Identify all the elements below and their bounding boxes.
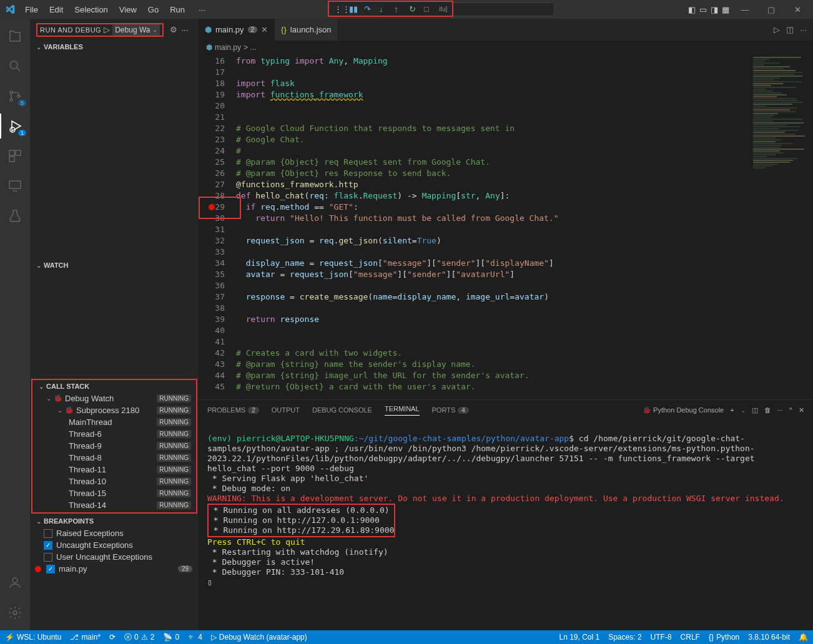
window-close-icon[interactable]: ✕ xyxy=(787,5,808,14)
menu-selection[interactable]: Selection xyxy=(69,2,112,17)
status-branch[interactable]: ⎇main* xyxy=(70,633,101,642)
restart-icon[interactable]: ↻ xyxy=(409,4,418,14)
status-notifications-icon[interactable]: 🔔 xyxy=(799,633,808,642)
panel-tab-problems[interactable]: PROBLEMS2 xyxy=(207,406,259,414)
split-terminal-icon[interactable]: ◫ xyxy=(752,406,758,414)
new-terminal-icon[interactable]: + xyxy=(730,406,734,414)
callstack-item[interactable]: Thread-6RUNNING xyxy=(32,428,196,440)
pause-icon[interactable]: ▮▮ xyxy=(349,4,358,14)
debug-settings-icon[interactable]: ⚙ xyxy=(170,25,177,34)
minimap[interactable] xyxy=(751,54,813,399)
breakpoint-user-uncaught-exceptions[interactable]: User Uncaught Exceptions xyxy=(30,551,199,563)
menu-file[interactable]: File xyxy=(20,2,43,17)
run-file-icon[interactable]: ▷ xyxy=(774,25,780,34)
source-control-icon[interactable]: 5 xyxy=(0,84,30,109)
callstack-item[interactable]: ⌄🐞Subprocess 2180RUNNING xyxy=(32,404,196,416)
run-debug-icon[interactable]: 1 xyxy=(0,114,30,139)
terminal-output[interactable]: (env) pierrick@LAPTOP-HKU5PNNG:~/git/goo… xyxy=(199,420,813,630)
layout-customize-icon[interactable]: ▦ xyxy=(722,5,729,14)
layout-sidebar-left-icon[interactable]: ◧ xyxy=(688,5,696,14)
breakpoint-uncaught-exceptions[interactable]: ✓Uncaught Exceptions xyxy=(30,539,199,551)
watch-section-header[interactable]: ⌄WATCH xyxy=(30,259,199,271)
callstack-item[interactable]: Thread-8RUNNING xyxy=(32,452,196,464)
callstack-item[interactable]: MainThreadRUNNING xyxy=(32,416,196,428)
stop-icon[interactable]: □ xyxy=(424,4,433,14)
step-into-icon[interactable]: ↓ xyxy=(379,4,388,14)
callstack-section-header[interactable]: ⌄CALL STACK xyxy=(32,380,196,393)
menu-run[interactable]: Run xyxy=(165,2,190,17)
menu-go[interactable]: Go xyxy=(143,2,164,17)
window-maximize-icon[interactable]: ▢ xyxy=(761,5,782,14)
panel-tab-ports[interactable]: PORTS4 xyxy=(432,406,469,414)
status-problems[interactable]: ⓧ 0 ⚠ 2 xyxy=(124,632,154,643)
checkbox-checked-icon[interactable]: ✓ xyxy=(44,541,52,550)
checkbox-icon[interactable] xyxy=(44,529,52,538)
tab-launch-json[interactable]: {} launch.json xyxy=(275,19,338,41)
debug-icon: ▷ xyxy=(211,633,217,642)
status-debug-session[interactable]: ▷Debug Watch (avatar-app) xyxy=(211,633,307,642)
status-ports[interactable]: ᯤ 4 xyxy=(188,633,202,642)
more-tab-actions-icon[interactable]: ··· xyxy=(800,25,807,34)
status-language[interactable]: {} Python xyxy=(709,633,739,642)
debug-toolbar[interactable]: ⋮⋮ ▮▮ ↷ ↓ ↑ ↻ □ itu] xyxy=(328,1,453,17)
more-terminal-icon[interactable]: ··· xyxy=(777,406,783,414)
callstack-item[interactable]: Thread-9RUNNING xyxy=(32,440,196,452)
panel-tab-terminal[interactable]: TERMINAL xyxy=(385,405,420,416)
tab-main-py[interactable]: ⬢ main.py 2 ✕ xyxy=(199,19,275,41)
svg-point-10 xyxy=(13,611,17,615)
python-file-icon: ⬢ xyxy=(206,43,212,52)
breakpoint-raised-exceptions[interactable]: Raised Exceptions xyxy=(30,527,199,539)
status-radio[interactable]: 📡 0 xyxy=(163,633,179,642)
accounts-icon[interactable] xyxy=(0,570,30,595)
breakpoints-section-header[interactable]: ⌄BREAKPOINTS xyxy=(30,515,199,527)
status-indent[interactable]: Spaces: 2 xyxy=(608,633,641,642)
callstack-item[interactable]: Thread-11RUNNING xyxy=(32,464,196,476)
callstack-item[interactable]: ⌄🐞Debug WatchRUNNING xyxy=(32,393,196,404)
more-actions-icon[interactable]: ··· xyxy=(181,25,188,34)
status-encoding[interactable]: UTF-8 xyxy=(651,633,672,642)
kill-terminal-icon[interactable]: 🗑 xyxy=(764,406,771,414)
svg-point-9 xyxy=(12,578,17,583)
extensions-icon[interactable] xyxy=(0,144,30,168)
settings-gear-icon[interactable] xyxy=(0,600,30,625)
status-remote[interactable]: ⚡WSL: Ubuntu xyxy=(5,633,61,642)
panel-tab-output[interactable]: OUTPUT xyxy=(272,406,300,414)
status-python-version[interactable]: 3.8.10 64-bit xyxy=(748,633,790,642)
start-debug-icon[interactable]: ▷ xyxy=(104,25,110,34)
debug-config-dropdown[interactable]: Debug Wa ⌄ xyxy=(112,24,160,36)
checkbox-checked-icon[interactable]: ✓ xyxy=(46,565,55,573)
callstack-item[interactable]: Thread-10RUNNING xyxy=(32,476,196,487)
editor-area: ⬢ main.py 2 ✕ {} launch.json ▷ ◫ ··· ⬢ m… xyxy=(199,19,813,630)
variables-section-header[interactable]: ⌄VARIABLES xyxy=(30,41,199,53)
remote-explorer-icon[interactable] xyxy=(0,173,30,198)
tab-close-icon[interactable]: ✕ xyxy=(261,25,268,34)
panel-tab-debug-console[interactable]: DEBUG CONSOLE xyxy=(312,406,372,414)
terminal-shell-selector[interactable]: 🐞 Python Debug Console xyxy=(643,406,724,414)
breakpoint-file-main[interactable]: ✓ main.py 29 xyxy=(30,563,199,575)
breadcrumb[interactable]: ⬢ main.py > ... xyxy=(199,41,813,54)
status-sync[interactable]: ⟳ xyxy=(109,633,116,642)
code-editor[interactable]: 1617181920212223242526272829303132333435… xyxy=(199,54,813,399)
layout-sidebar-right-icon[interactable]: ◨ xyxy=(711,5,718,14)
testing-icon[interactable] xyxy=(0,203,30,228)
split-editor-icon[interactable]: ◫ xyxy=(786,25,794,34)
callstack-item[interactable]: Thread-14RUNNING xyxy=(32,499,196,511)
watch-section xyxy=(30,271,199,378)
status-eol[interactable]: CRLF xyxy=(681,633,700,642)
explorer-icon[interactable] xyxy=(0,24,30,49)
drag-handle-icon[interactable]: ⋮⋮ xyxy=(334,4,343,14)
window-minimize-icon[interactable]: — xyxy=(734,5,756,14)
menu-edit[interactable]: Edit xyxy=(44,2,68,17)
close-panel-icon[interactable]: ✕ xyxy=(799,406,804,414)
step-out-icon[interactable]: ↑ xyxy=(394,4,403,14)
run-debug-selector[interactable]: RUN AND DEBUG ▷ Debug Wa ⌄ xyxy=(36,23,164,37)
menu-overflow[interactable]: ··· xyxy=(194,2,210,17)
step-over-icon[interactable]: ↷ xyxy=(364,4,373,14)
callstack-item[interactable]: Thread-15RUNNING xyxy=(32,487,196,499)
menu-view[interactable]: View xyxy=(114,2,142,17)
checkbox-icon[interactable] xyxy=(44,553,52,562)
maximize-panel-icon[interactable]: ^ xyxy=(789,406,792,414)
layout-panel-icon[interactable]: ▭ xyxy=(699,5,707,14)
status-cursor-position[interactable]: Ln 19, Col 1 xyxy=(559,633,599,642)
search-icon[interactable] xyxy=(0,54,30,79)
